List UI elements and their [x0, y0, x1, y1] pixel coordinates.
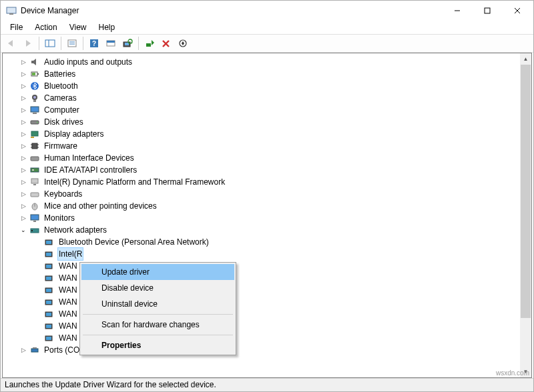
watermark: wsxdn.com [496, 369, 529, 377]
tree-label: Audio inputs and outputs [43, 56, 134, 68]
expand-icon[interactable]: ▷ [19, 189, 28, 199]
tree-label: Network adapters [43, 224, 108, 236]
expand-icon[interactable]: ▷ [19, 213, 28, 223]
tree-node-mice[interactable]: ▷ Mice and other pointing devices [3, 200, 531, 212]
context-disable-device[interactable]: Disable device [81, 280, 234, 296]
minimize-button[interactable] [442, 1, 472, 20]
status-text: Launches the Update Driver Wizard for th… [5, 380, 216, 389]
tree-label: Human Interface Devices [43, 152, 136, 164]
app-icon [6, 5, 17, 16]
tree-node-bluetooth[interactable]: ▷ Bluetooth [3, 80, 531, 92]
toolbar-separator [39, 37, 39, 50]
svg-rect-46 [31, 157, 39, 161]
svg-rect-35 [31, 107, 39, 112]
expand-icon[interactable]: ▷ [19, 177, 28, 187]
scan-hardware-button[interactable] [119, 35, 136, 51]
tree-node-adapter[interactable]: Bluetooth Device (Personal Area Network) [3, 236, 531, 248]
maximize-button[interactable] [472, 1, 502, 20]
disable-device-button[interactable] [175, 35, 191, 51]
tree-node-adapter-selected[interactable]: Intel(R [3, 248, 531, 260]
tree-node-display[interactable]: ▷ Display adapters [3, 128, 531, 140]
svg-marker-27 [31, 59, 36, 65]
tree-node-audio[interactable]: ▷ Audio inputs and outputs [3, 56, 531, 68]
tree-label: Intel(R [57, 247, 83, 261]
menu-file[interactable]: File [5, 22, 28, 33]
tree-label: Bluetooth [43, 80, 79, 92]
expand-icon[interactable]: ▷ [19, 129, 28, 139]
svg-rect-72 [46, 313, 51, 316]
device-tree-panel: ▷ Audio inputs and outputs ▷ Batteries ▷… [2, 53, 532, 378]
svg-rect-36 [33, 113, 37, 114]
hid-icon [29, 153, 40, 163]
svg-rect-60 [46, 241, 51, 244]
tree-node-disk[interactable]: ▷ Disk drives [3, 116, 531, 128]
expand-icon[interactable]: ▷ [19, 117, 28, 127]
expand-icon[interactable]: ▷ [19, 81, 28, 91]
menu-action[interactable]: Action [29, 22, 62, 33]
back-button[interactable] [3, 35, 19, 51]
menu-view[interactable]: View [64, 22, 92, 33]
svg-rect-18 [125, 43, 129, 45]
svg-rect-70 [46, 301, 51, 304]
battery-icon [29, 69, 40, 79]
svg-rect-40 [31, 137, 34, 138]
update-driver-button[interactable] [142, 35, 158, 51]
context-update-driver[interactable]: Update driver [81, 264, 234, 280]
context-scan-hardware[interactable]: Scan for hardware changes [81, 317, 234, 333]
expand-icon[interactable]: ▷ [19, 93, 28, 103]
expand-icon[interactable]: ▷ [19, 165, 28, 175]
status-bar: Launches the Update Driver Wizard for th… [1, 378, 533, 391]
tree-node-intel-dptf[interactable]: ▷ Intel(R) Dynamic Platform and Thermal … [3, 176, 531, 188]
svg-rect-56 [33, 221, 36, 222]
expand-icon[interactable]: ▷ [19, 57, 28, 67]
svg-rect-66 [46, 277, 51, 280]
tree-node-cameras[interactable]: ▷ Cameras [3, 92, 531, 104]
context-properties[interactable]: Properties [81, 337, 234, 353]
help-button[interactable]: ? [86, 35, 102, 51]
svg-point-38 [37, 122, 38, 123]
network-adapter-icon [44, 273, 55, 283]
tree-node-firmware[interactable]: ▷ Firmware [3, 140, 531, 152]
svg-rect-1 [9, 13, 13, 15]
tree-node-network-adapters[interactable]: ⌄ Network adapters [3, 224, 531, 236]
display-adapter-icon [29, 129, 40, 139]
tree-node-batteries[interactable]: ▷ Batteries [3, 68, 531, 80]
network-adapter-icon [44, 237, 55, 247]
svg-rect-41 [32, 143, 37, 149]
tree-label: WAN [57, 260, 79, 272]
scroll-thumb[interactable] [521, 65, 531, 318]
close-button[interactable] [502, 1, 532, 20]
tree-node-ide[interactable]: ▷ IDE ATA/ATAPI controllers [3, 164, 531, 176]
expand-icon[interactable]: ▷ [19, 141, 28, 151]
properties-button[interactable] [64, 35, 80, 51]
toolbar-button[interactable] [103, 35, 119, 51]
network-icon [29, 225, 40, 235]
tree-node-monitors[interactable]: ▷ Monitors [3, 212, 531, 224]
network-adapter-icon [44, 321, 55, 331]
bluetooth-icon [29, 81, 40, 91]
tree-label: Cameras [43, 92, 78, 104]
svg-rect-16 [107, 41, 115, 43]
tree-node-keyboards[interactable]: ▷ Keyboards [3, 188, 531, 200]
menu-help[interactable]: Help [93, 22, 121, 33]
keyboard-icon [29, 189, 40, 199]
expand-icon[interactable]: ▷ [19, 153, 28, 163]
expand-icon[interactable]: ▷ [19, 201, 28, 211]
tree-label: Batteries [43, 68, 77, 80]
expand-icon[interactable]: ▷ [19, 69, 28, 79]
show-hide-console-tree-button[interactable] [42, 35, 58, 51]
vertical-scrollbar[interactable]: ▲ ▼ [520, 53, 531, 377]
expand-icon[interactable]: ▷ [19, 105, 28, 115]
title-bar: Device Manager [1, 1, 533, 21]
collapse-icon[interactable]: ⌄ [19, 225, 28, 235]
scroll-track[interactable] [520, 65, 531, 366]
forward-button[interactable] [20, 35, 36, 51]
uninstall-device-button[interactable] [158, 35, 174, 51]
tree-node-computer[interactable]: ▷ Computer [3, 104, 531, 116]
tree-node-hid[interactable]: ▷ Human Interface Devices [3, 152, 531, 164]
scroll-up-button[interactable]: ▲ [520, 53, 531, 65]
context-uninstall-device[interactable]: Uninstall device [81, 296, 234, 312]
svg-rect-0 [7, 7, 16, 13]
network-adapter-icon [44, 333, 55, 343]
expand-icon[interactable]: ▷ [19, 345, 28, 355]
